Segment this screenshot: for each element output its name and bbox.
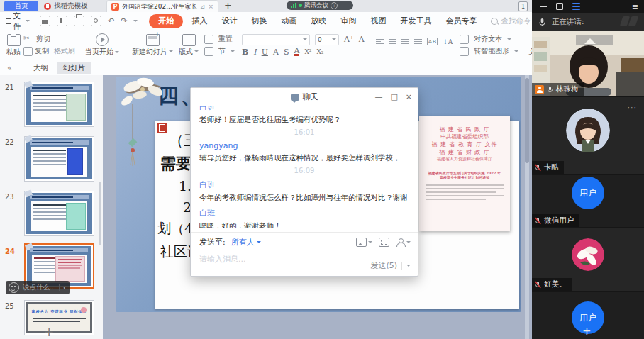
chat-maximize-button[interactable]: □ — [390, 92, 397, 101]
ribbon-tab-devtools[interactable]: 开发工具 — [393, 14, 438, 28]
ribbon-tab-transition[interactable]: 切换 — [244, 14, 274, 28]
section-icon — [204, 47, 213, 56]
emoji-icon[interactable] — [9, 282, 19, 293]
undo-icon[interactable]: ↶ — [108, 16, 114, 26]
grow-font-button[interactable]: A⁺ — [344, 35, 354, 44]
justify-icon[interactable] — [414, 48, 422, 52]
slide-thumbnail-21[interactable] — [24, 82, 94, 127]
align-left-icon[interactable] — [376, 48, 384, 52]
meeting-quick-chat-bar[interactable]: 说点什么... ‹ — [6, 281, 70, 294]
mention-button[interactable] — [396, 238, 411, 246]
preview-icon[interactable] — [91, 16, 101, 26]
indent-decrease-icon[interactable] — [401, 39, 409, 44]
ribbon-tab-review[interactable]: 审阅 — [333, 14, 363, 28]
ribbon-tab-home[interactable]: 开始 — [149, 14, 183, 28]
participant-tile-video[interactable]: 林珠梅 — [532, 31, 644, 96]
tab-docer-templates[interactable]: 找稻壳模板 — [44, 1, 88, 11]
play-from-page-button[interactable]: 当页开始 — [82, 33, 122, 57]
send-to-select[interactable]: 所有人 — [231, 237, 261, 248]
numbered-list-icon[interactable] — [389, 39, 396, 44]
ribbon-tab-animation[interactable]: 动画 — [274, 14, 304, 28]
quick-chat-placeholder[interactable]: 说点什么... — [23, 283, 56, 292]
collapse-panel-button[interactable]: « — [7, 63, 12, 72]
align-center-icon[interactable] — [389, 48, 396, 52]
pin-icon[interactable]: ⊿ — [200, 3, 206, 10]
participant-tile[interactable]: ··· 卡酷 — [532, 97, 644, 174]
meeting-floating-pill[interactable]: 腾讯会议 i — [287, 1, 353, 10]
shrink-font-button[interactable]: A⁻ — [359, 35, 369, 44]
save-icon[interactable] — [40, 16, 50, 26]
font-size-select[interactable]: 0 — [315, 34, 339, 45]
add-slide-button[interactable]: + — [44, 325, 54, 339]
chat-sender: 白班 — [199, 106, 409, 112]
reset-button[interactable]: 重置 — [204, 34, 235, 44]
send-options-caret-icon[interactable] — [406, 265, 411, 267]
slide-thumbnail-23[interactable] — [24, 191, 94, 236]
more-options-icon[interactable]: ··· — [628, 103, 638, 112]
strikethrough-button[interactable]: S — [284, 48, 289, 57]
official-document-image[interactable]: 福 建 省 民 政 厅 中共福建省委组织部 福 建 省 教 育 厅 文件 福 建… — [419, 116, 510, 231]
file-menu[interactable]: 文件 — [6, 11, 30, 32]
ribbon-tab-insert[interactable]: 插入 — [184, 14, 214, 28]
send-button[interactable]: 发送(5) — [370, 260, 411, 271]
ribbon-tab-view[interactable]: 视图 — [363, 14, 393, 28]
superscript-button[interactable]: X² — [304, 48, 311, 55]
new-tab-button[interactable]: + — [224, 0, 232, 11]
italic-button[interactable]: I — [253, 48, 256, 57]
slide-thumbnail-22[interactable] — [24, 136, 94, 182]
text-direction-button[interactable]: AB — [427, 38, 438, 45]
chat-close-button[interactable]: × — [406, 92, 412, 101]
layout-toggle-icon[interactable] — [572, 3, 580, 11]
subscript-button[interactable]: X₂ — [316, 48, 323, 55]
smartart-button[interactable]: 转智能图形 — [460, 46, 518, 56]
image-attach-button[interactable] — [356, 238, 372, 247]
chat-sender: yangyang — [199, 141, 409, 150]
info-icon[interactable]: i — [331, 2, 338, 9]
ribbon-tab-design[interactable]: 设计 — [214, 14, 244, 28]
bold-button[interactable]: B — [242, 48, 248, 57]
print-icon[interactable] — [74, 16, 84, 26]
chat-input[interactable]: 请输入消息... — [199, 254, 246, 265]
maximize-icon[interactable] — [556, 3, 563, 10]
cut-button[interactable]: 剪切 — [23, 34, 75, 44]
line-spacing-icon[interactable] — [427, 48, 435, 52]
distribute-icon[interactable] — [440, 48, 448, 52]
slide-thumbnail-25[interactable]: 家校合力 齐谋职业 同创佳绩 — [24, 300, 94, 335]
ribbon-tab-slideshow[interactable]: 放映 — [304, 14, 333, 28]
copy-button[interactable]: 复制 — [23, 46, 49, 56]
sidebar-add-icon[interactable]: + — [582, 325, 592, 338]
font-color-button[interactable]: A — [294, 48, 299, 56]
layout-button[interactable]: 版式 — [176, 34, 201, 57]
main-scrollbar[interactable] — [525, 75, 529, 339]
font-name-select[interactable] — [242, 34, 310, 45]
export-icon[interactable] — [57, 16, 67, 26]
chat-message-list[interactable]: 白班 老师好！应届是否比往届生考编有优势呢？ 16:01 yangyang 辅导… — [199, 106, 409, 228]
tab-close-icon[interactable]: × — [208, 3, 213, 10]
underline-button[interactable]: U — [262, 48, 268, 57]
paste-button[interactable]: 粘贴 — [4, 34, 23, 57]
new-slide-button[interactable]: 新建幻灯片 — [129, 34, 176, 57]
collapse-arrow-icon[interactable]: ‹ — [63, 284, 66, 291]
redo-icon[interactable]: ↷ — [121, 16, 127, 26]
align-text-button[interactable]: 对齐文本 — [460, 34, 518, 44]
tab-slides[interactable]: 幻灯片 — [57, 62, 92, 74]
format-painter-button[interactable]: 格式刷 — [54, 46, 75, 56]
participant-tile[interactable]: 好美。 — [532, 228, 644, 291]
section-button[interactable]: 节 — [204, 46, 235, 56]
tab-outline[interactable]: 大纲 — [33, 63, 48, 73]
slide-number: 25 — [5, 302, 21, 310]
more-caret-icon[interactable] — [133, 20, 138, 22]
tab-document[interactable]: P 外国语学院202...业生家长会3.0 ⊿ × — [106, 0, 218, 12]
collapse-panel-icon[interactable]: ≡ — [632, 2, 638, 11]
vertical-text-button[interactable]: ↓A — [443, 38, 453, 45]
minimize-icon[interactable] — [540, 6, 547, 7]
strikethrough-a-button[interactable]: A — [273, 48, 279, 57]
participant-tile[interactable]: 用户 微信用户 — [532, 175, 644, 227]
screenshot-button[interactable] — [379, 238, 389, 247]
indent-increase-icon[interactable] — [414, 39, 422, 44]
bullet-list-icon[interactable] — [376, 39, 384, 44]
align-right-icon[interactable] — [401, 48, 409, 52]
thumbnail-scrollbar[interactable] — [99, 182, 101, 245]
chat-minimize-button[interactable]: — — [374, 92, 382, 101]
ribbon-tab-member[interactable]: 会员专享 — [438, 14, 484, 28]
